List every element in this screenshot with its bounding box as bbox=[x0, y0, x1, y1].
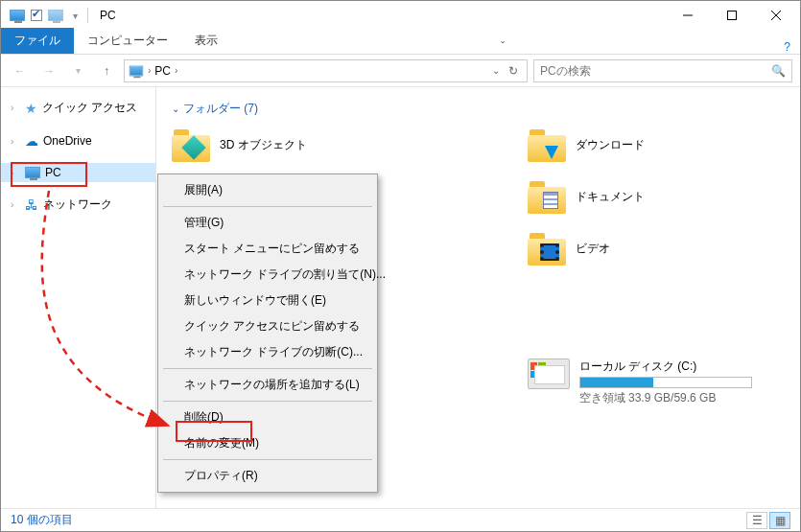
ctx-rename[interactable]: 名前の変更(M) bbox=[161, 430, 374, 456]
ctx-delete[interactable]: 削除(D) bbox=[161, 405, 374, 430]
nav-label: クイック アクセス bbox=[42, 100, 137, 116]
folder-documents[interactable]: ドキュメント bbox=[528, 176, 752, 217]
expand-caret-icon[interactable]: › bbox=[11, 136, 20, 147]
tab-view[interactable]: 表示 bbox=[181, 28, 231, 54]
folder-videos[interactable]: ビデオ bbox=[528, 228, 752, 268]
tab-file[interactable]: ファイル bbox=[1, 28, 74, 54]
explorer-body: › ★ クイック アクセス › ☁ OneDrive › PC › 🖧 ネットワ… bbox=[1, 87, 800, 508]
ctx-properties[interactable]: プロパティ(R) bbox=[161, 463, 374, 489]
separator bbox=[163, 401, 372, 402]
chevron-icon[interactable]: › bbox=[148, 65, 151, 76]
folder-label: ダウンロード bbox=[576, 137, 645, 153]
star-icon: ★ bbox=[25, 101, 37, 116]
section-title: フォルダー (7) bbox=[183, 101, 258, 117]
address-bar[interactable]: › PC › ⌄ ↻ bbox=[124, 59, 528, 82]
separator bbox=[163, 459, 372, 460]
separator bbox=[163, 206, 372, 207]
history-dropdown[interactable]: ▾ bbox=[66, 59, 89, 82]
folder-label: 3D オブジェクト bbox=[220, 137, 307, 153]
help-button[interactable]: ? bbox=[774, 40, 800, 54]
expand-caret-icon[interactable]: › bbox=[11, 168, 20, 178]
qat-dropdown-icon[interactable]: ▾ bbox=[66, 7, 83, 24]
folder-downloads[interactable]: ダウンロード bbox=[528, 125, 752, 165]
qat-separator bbox=[87, 8, 88, 23]
network-icon: 🖧 bbox=[25, 197, 38, 213]
svg-rect-1 bbox=[728, 12, 737, 20]
maximize-button[interactable] bbox=[710, 1, 754, 30]
ribbon-collapse-button[interactable]: ˇ bbox=[491, 40, 514, 54]
minimize-button[interactable] bbox=[666, 1, 710, 30]
up-button[interactable]: ↑ bbox=[95, 59, 118, 82]
search-input[interactable] bbox=[540, 64, 771, 78]
refresh-button[interactable]: ↻ bbox=[504, 59, 523, 82]
folder-3d-objects[interactable]: 3D オブジェクト bbox=[172, 125, 307, 165]
drive-icon bbox=[528, 359, 570, 389]
title-bar: ▾ PC bbox=[1, 1, 800, 30]
folder-icon bbox=[172, 127, 210, 162]
separator bbox=[163, 368, 372, 369]
ctx-expand[interactable]: 展開(A) bbox=[161, 177, 374, 203]
nav-quick-access[interactable]: › ★ クイック アクセス bbox=[1, 97, 155, 119]
status-bar: 10 個の項目 ☰ ▦ bbox=[1, 508, 800, 531]
ctx-map-drive[interactable]: ネットワーク ドライブの割り当て(N)... bbox=[161, 262, 374, 288]
qat-properties-checkbox[interactable] bbox=[28, 7, 45, 24]
forward-button[interactable]: → bbox=[37, 59, 60, 82]
ctx-pin-quick[interactable]: クイック アクセスにピン留めする bbox=[161, 313, 374, 339]
drive-label: ローカル ディスク (C:) bbox=[579, 359, 752, 375]
window-title: PC bbox=[100, 9, 116, 22]
cloud-icon: ☁ bbox=[25, 133, 38, 149]
nav-label: PC bbox=[45, 166, 61, 179]
navigation-bar: ← → ▾ ↑ › PC › ⌄ ↻ 🔍 bbox=[1, 55, 800, 87]
folders-section-header[interactable]: ⌄ フォルダー (7) bbox=[172, 97, 785, 125]
ribbon-tabs: ファイル コンピューター 表示 ˇ ? bbox=[1, 30, 800, 55]
back-button[interactable]: ← bbox=[9, 59, 32, 82]
window-controls bbox=[666, 1, 798, 30]
drive-local-c[interactable]: ローカル ディスク (C:) 空き領域 33.9 GB/59.6 GB bbox=[528, 359, 752, 406]
search-icon[interactable]: 🔍 bbox=[771, 64, 786, 78]
expand-caret-icon[interactable]: › bbox=[11, 103, 20, 113]
tab-computer[interactable]: コンピューター bbox=[74, 28, 181, 54]
drive-usage-bar bbox=[579, 377, 752, 388]
collapse-caret-icon: ⌄ bbox=[172, 104, 179, 114]
address-dropdown[interactable]: ⌄ bbox=[492, 65, 500, 76]
folder-label: ビデオ bbox=[576, 241, 610, 257]
folder-label: ドキュメント bbox=[576, 189, 645, 205]
ctx-manage[interactable]: 管理(G) bbox=[161, 210, 374, 236]
quick-access-toolbar: ▾ bbox=[3, 7, 90, 24]
address-location: PC bbox=[154, 64, 171, 78]
status-item-count: 10 個の項目 bbox=[11, 512, 73, 528]
view-mode-buttons: ☰ ▦ bbox=[746, 512, 790, 529]
folder-icon bbox=[528, 179, 566, 214]
ctx-disconnect-drive[interactable]: ネットワーク ドライブの切断(C)... bbox=[161, 339, 374, 365]
nav-label: ネットワーク bbox=[43, 197, 112, 213]
drive-info: ローカル ディスク (C:) 空き領域 33.9 GB/59.6 GB bbox=[579, 359, 752, 406]
location-icon bbox=[130, 65, 143, 76]
chevron-icon[interactable]: › bbox=[175, 65, 177, 76]
details-view-button[interactable]: ☰ bbox=[746, 512, 767, 529]
qat-new-folder-icon[interactable] bbox=[47, 7, 64, 24]
close-button[interactable] bbox=[754, 1, 798, 30]
explorer-icon bbox=[9, 7, 26, 24]
context-menu: 展開(A) 管理(G) スタート メニューにピン留めする ネットワーク ドライブ… bbox=[157, 173, 378, 493]
navigation-pane: › ★ クイック アクセス › ☁ OneDrive › PC › 🖧 ネットワ… bbox=[1, 87, 156, 508]
nav-onedrive[interactable]: › ☁ OneDrive bbox=[1, 130, 155, 151]
drive-free-text: 空き領域 33.9 GB/59.6 GB bbox=[579, 390, 752, 406]
monitor-icon bbox=[25, 167, 40, 178]
nav-pc[interactable]: › PC bbox=[1, 163, 155, 182]
nav-label: OneDrive bbox=[43, 134, 92, 148]
search-box[interactable]: 🔍 bbox=[533, 59, 792, 82]
ctx-pin-start[interactable]: スタート メニューにピン留めする bbox=[161, 236, 374, 262]
folder-icon bbox=[528, 127, 566, 162]
folder-icon bbox=[528, 231, 566, 266]
ctx-add-network-location[interactable]: ネットワークの場所を追加する(L) bbox=[161, 372, 374, 398]
ctx-new-window[interactable]: 新しいウィンドウで開く(E) bbox=[161, 288, 374, 313]
large-icons-view-button[interactable]: ▦ bbox=[769, 512, 790, 529]
nav-network[interactable]: › 🖧 ネットワーク bbox=[1, 194, 155, 216]
expand-caret-icon[interactable]: › bbox=[11, 199, 20, 210]
